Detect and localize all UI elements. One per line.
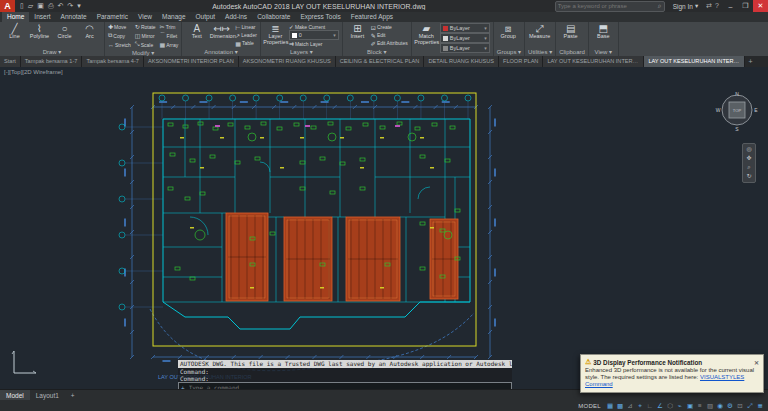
file-tab-aksonometri-interior-plan[interactable]: AKSONOMETRI INTERIOR PLAN xyxy=(144,56,239,67)
command-input-row[interactable]: + xyxy=(178,382,512,389)
view-panel-label[interactable]: View ▾ xyxy=(589,48,618,56)
isometric-drafting-icon[interactable]: ⬡ xyxy=(665,400,675,411)
file-tab-ceiling-electrical-plan[interactable]: CEILING & ELECTRICAL PLAN xyxy=(336,56,425,67)
draw-panel-label[interactable]: Draw ▾ xyxy=(0,48,104,56)
polyline-button[interactable]: ⌇Polyline xyxy=(28,23,51,47)
ribbon-tab-view[interactable]: View xyxy=(133,12,157,22)
move-button[interactable]: ✚Move xyxy=(108,23,131,30)
table-button[interactable]: ▦Table xyxy=(235,40,257,47)
modify-panel-label[interactable]: Modify ▾ xyxy=(105,49,181,56)
layer-properties-button[interactable]: ≣ Layer Properties xyxy=(264,23,287,47)
zoom-icon[interactable]: ⌕ xyxy=(747,164,750,171)
file-tab-lay-out-keseluruhan-interior[interactable]: LAY OUT KESELURUHAN INTERIOR xyxy=(644,56,745,67)
linear-button[interactable]: ⊢Linear xyxy=(235,24,257,31)
ribbon-tab-output[interactable]: Output xyxy=(191,12,221,22)
model-space-label[interactable]: MODEL xyxy=(578,403,601,409)
save-icon[interactable]: ▣ xyxy=(35,2,46,10)
copy-button[interactable]: ⧉Copy xyxy=(108,31,131,40)
ribbon-tab-featured-apps[interactable]: Featured Apps xyxy=(346,12,398,22)
groups-panel-label[interactable]: Groups ▾ xyxy=(494,48,524,56)
ribbon-tab-home[interactable]: Home xyxy=(2,12,29,22)
viewcube-west-label[interactable]: W xyxy=(716,107,721,113)
object-snap-tracking-icon[interactable]: ⌁ xyxy=(675,400,685,411)
ortho-mode-icon[interactable]: ∟ xyxy=(645,400,655,411)
close-button[interactable]: ✕ xyxy=(753,0,768,12)
exchange-apps-icon[interactable]: ⇄ xyxy=(706,2,712,10)
text-button[interactable]: AText xyxy=(185,23,208,47)
dimension-button[interactable]: ↤↦Dimension xyxy=(210,23,233,47)
file-tab-tampak-bersama-4-7[interactable]: Tampak bersama 4-7 xyxy=(82,56,144,67)
minimize-button[interactable]: – xyxy=(723,0,738,12)
help-search-box[interactable]: ⌕ xyxy=(555,1,665,12)
ribbon-tab-manage[interactable]: Manage xyxy=(157,12,191,22)
drawing-canvas[interactable]: LAY OUT KESELURUHAN INTERIOR [-][Top][2D… xyxy=(0,67,768,389)
viewcube[interactable]: N W E S TOP xyxy=(714,87,760,133)
file-tab-detail-ruang-khusus[interactable]: DETAIL RUANG KHUSUS xyxy=(424,56,499,67)
file-tab-lay-out-keseluruhan-interior-floor[interactable]: LAY OUT KESELURUHAN INTERIOR & FLOOR xyxy=(543,56,644,67)
match-layer-button[interactable]: ⇉ Match Layer xyxy=(289,40,339,47)
steering-wheel-icon[interactable]: ◎ xyxy=(746,146,751,153)
base-view-button[interactable]: ⬒ Base xyxy=(592,23,615,47)
object-snap-icon[interactable]: ▣ xyxy=(685,400,695,411)
new-file-icon[interactable]: ▯ xyxy=(18,2,26,10)
file-tab-start[interactable]: Start xyxy=(0,56,21,67)
ribbon-tab-insert[interactable]: Insert xyxy=(29,12,55,22)
file-tab-aksonometri-ruang-khusus[interactable]: AKSONOMETRI RUANG KHUSUS xyxy=(239,56,336,67)
rotate-button[interactable]: ↻Rotate xyxy=(135,23,156,30)
restore-button[interactable]: ❐ xyxy=(738,0,753,12)
open-file-icon[interactable]: ▱ xyxy=(26,2,35,10)
undo-icon[interactable]: ↶ xyxy=(55,2,65,10)
viewcube-top-label[interactable]: TOP xyxy=(733,108,742,113)
sign-in-button[interactable]: Sign In▾ xyxy=(669,2,703,10)
ribbon-tab-parametric[interactable]: Parametric xyxy=(92,12,133,22)
file-tab-tampak-bersama-1-7[interactable]: Tampak bersama 1-7 xyxy=(21,56,83,67)
command-window[interactable]: AUTODESK DWG. This file is a Trusted DWG… xyxy=(178,360,512,389)
array-button[interactable]: ▦Array xyxy=(160,41,179,48)
layer-select[interactable]: 0 ▾ xyxy=(289,30,339,40)
grid-icon[interactable]: ▦ xyxy=(605,400,615,411)
scale-button[interactable]: ⤡Scale xyxy=(135,41,156,48)
plot-icon[interactable]: ⎙ xyxy=(46,2,56,10)
ribbon-tab-collaborate[interactable]: Collaborate xyxy=(252,12,295,22)
bylayer-dropdown-3[interactable]: ByLayer▾ xyxy=(440,43,490,53)
infer-constraints-icon[interactable]: ⊿ xyxy=(625,400,635,411)
polar-tracking-icon[interactable]: ∠ xyxy=(655,400,665,411)
match-properties-button[interactable]: ▰ Match Properties xyxy=(415,23,438,53)
close-icon[interactable]: ✕ xyxy=(754,359,759,366)
group-button[interactable]: ⧈ Group xyxy=(497,23,520,47)
workspace-dropdown-icon[interactable]: ▾ xyxy=(75,2,83,10)
leader-button[interactable]: ↗Leader xyxy=(235,32,257,39)
edit-attributes-button[interactable]: ✐Edit Attributes xyxy=(371,40,408,47)
mirror-button[interactable]: ◫Mirror xyxy=(135,31,156,40)
line-button[interactable]: ╱Line xyxy=(3,23,26,47)
file-tab-floor-plan[interactable]: FLOOR PLAN xyxy=(499,56,543,67)
utilities-panel-label[interactable]: Utilities ▾ xyxy=(525,48,555,56)
viewport-controls-label[interactable]: [-][Top][2D Wireframe] xyxy=(4,69,63,75)
ribbon-tab-add-ins[interactable]: Add-ins xyxy=(220,12,252,22)
viewcube-south-label[interactable]: S xyxy=(735,126,739,132)
bylayer-dropdown-2[interactable]: ByLayer▾ xyxy=(440,33,490,43)
ribbon-tab-annotate[interactable]: Annotate xyxy=(56,12,92,22)
stretch-button[interactable]: ↔Stretch xyxy=(108,41,131,48)
orbit-icon[interactable]: ↻ xyxy=(746,173,751,180)
search-icon[interactable]: ⌕ xyxy=(658,2,664,10)
fillet-button[interactable]: ⌒Fillet xyxy=(160,31,179,40)
dynamic-input-icon[interactable]: ⌖ xyxy=(635,400,645,411)
block-panel-label[interactable]: Block ▾ xyxy=(343,48,411,56)
pan-icon[interactable]: ✥ xyxy=(746,155,751,162)
new-drawing-tab-button[interactable]: + xyxy=(745,57,755,67)
ribbon-tab-express-tools[interactable]: Express Tools xyxy=(295,12,345,22)
insert-block-button[interactable]: ⊞ Insert xyxy=(346,23,369,47)
layers-panel-label[interactable]: Layers ▾ xyxy=(261,48,342,56)
redo-icon[interactable]: ↷ xyxy=(65,2,75,10)
properties-panel-label[interactable]: Properties ▾ xyxy=(412,54,493,56)
application-menu-button[interactable]: A xyxy=(0,0,15,12)
customization-icon[interactable]: ≣ xyxy=(755,400,765,411)
trim-button[interactable]: ✂Trim xyxy=(160,23,179,30)
clean-screen-icon[interactable]: ⤢ xyxy=(745,400,755,411)
edit-button[interactable]: ✎Edit xyxy=(371,32,408,39)
annotation-visibility-icon[interactable]: ◉ xyxy=(715,400,725,411)
viewcube-east-label[interactable]: E xyxy=(754,107,758,113)
paste-button[interactable]: ▤ Paste xyxy=(559,23,582,47)
make-current-button[interactable]: ✓ Make Current xyxy=(289,23,339,30)
